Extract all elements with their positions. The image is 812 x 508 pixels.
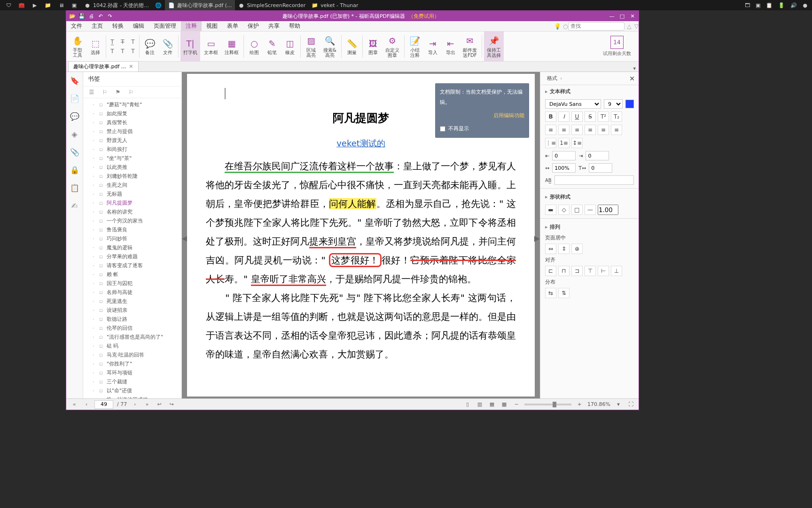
search-input[interactable] — [568, 22, 625, 31]
document-tab[interactable]: 趣味心理学故事.pdf ... ✕ — [68, 61, 139, 71]
tab-dropdown-icon[interactable]: ▾ — [630, 65, 639, 71]
measure-tool[interactable]: 📏测量 — [344, 32, 360, 61]
bookmark-item[interactable]: ·▫以"命"还债 — [83, 386, 181, 395]
bookmark-item[interactable]: ·▫"你胜利了" — [83, 359, 181, 368]
arrange-section[interactable]: ▸排列 — [540, 221, 639, 233]
enable-editing-link[interactable]: 启用编辑功能 — [440, 111, 524, 121]
ribbon-collapse-icon[interactable]: △ — [627, 23, 632, 30]
menu-文件[interactable]: 文件 — [66, 21, 87, 31]
border-style-button[interactable]: □ — [571, 205, 583, 215]
center-v-button[interactable]: ⇕ — [558, 244, 570, 254]
textbox-tool[interactable]: ▭文本框 — [201, 32, 221, 61]
bookmark-item[interactable]: ·▫歌德让路 — [83, 315, 181, 324]
file-attach-tool[interactable]: 📎文件 — [159, 32, 176, 61]
bookmark-item[interactable]: ·▫砝 码 — [83, 341, 181, 350]
menu-共享[interactable]: 共享 — [264, 21, 284, 31]
fields-rail-icon[interactable]: 📋 — [70, 183, 79, 192]
text-underline-btn[interactable]: T — [129, 38, 137, 46]
text-highlight-btn[interactable]: T̲ — [108, 38, 117, 46]
bookmark-item[interactable]: ·▫伦琴的回信 — [83, 324, 181, 333]
bookmark-item[interactable]: ·▫死里逃生 — [83, 297, 181, 306]
align-left-button[interactable]: ≡ — [545, 125, 556, 135]
bookmark-item[interactable]: ·▫"蘑菇"与"青蛙" — [83, 100, 181, 109]
zoom-slider[interactable] — [524, 404, 571, 405]
line-spacing-button[interactable]: ↕≡ — [571, 138, 583, 148]
strike-button[interactable]: S̶ — [585, 111, 596, 122]
last-page-button[interactable]: » — [143, 400, 151, 409]
bookmark-item[interactable]: ·▫耳环与项链 — [83, 368, 181, 377]
taskbar-recorder[interactable]: ●SimpleScreenRecorder — [235, 0, 309, 10]
area-highlight-tool[interactable]: ▨区域高亮 — [303, 32, 320, 61]
export-tool[interactable]: ⇤导出 — [442, 32, 459, 61]
shape-style-section[interactable]: ▸形状样式 — [540, 190, 639, 203]
green-underline-annotation[interactable]: 在维吾尔族民间广泛流传着这样一个故事 — [225, 160, 394, 173]
fullscreen-button[interactable]: ⛶ — [626, 400, 635, 409]
first-page-button[interactable]: « — [70, 400, 78, 409]
qat-save-icon[interactable]: 💾 — [78, 13, 85, 19]
taskbar-thunar[interactable]: 📁veket - Thunar — [308, 0, 361, 10]
dist-h-button[interactable]: ⇆ — [545, 288, 556, 298]
align-c-button[interactable]: ⊓ — [558, 266, 570, 276]
keep-tool-selected[interactable]: 📌保持工具选择 — [484, 32, 504, 61]
font-color-picker[interactable] — [625, 100, 634, 108]
bold-button[interactable]: B — [545, 111, 556, 122]
bullet-list-button[interactable]: ⋮≡ — [545, 138, 556, 148]
signatures-rail-icon[interactable]: ✍ — [70, 201, 79, 210]
bookmark-item[interactable]: ·▫名师与高徒 — [83, 288, 181, 297]
pencil-tool[interactable]: ✎铅笔 — [264, 32, 281, 61]
select-tool[interactable]: ⬚ 选择 — [87, 32, 104, 61]
tray-item-3[interactable]: 🔋 — [775, 0, 788, 10]
red-box-annotation[interactable]: 这梦很好！ — [329, 253, 382, 267]
dont-show-checkbox[interactable]: 不再显示 — [440, 124, 524, 134]
custom-stamp-tool[interactable]: ⚙自定义图章 — [383, 32, 402, 61]
menu-保护[interactable]: 保护 — [243, 21, 264, 31]
bookmark-item[interactable]: ·▫刘墉妙答乾隆 — [83, 172, 181, 181]
bm-add-icon[interactable]: ⚐ — [101, 88, 109, 96]
bookmarks-rail-icon[interactable]: 🔖 — [70, 76, 79, 85]
tray-item-2[interactable]: 📋 — [763, 0, 775, 10]
text-misc-input[interactable] — [554, 175, 634, 185]
bookmark-item[interactable]: ·▫巧问妙答 — [83, 234, 181, 243]
bookmark-item[interactable]: ·▫无标题 — [83, 190, 181, 198]
menu-主页[interactable]: 主页 — [87, 21, 108, 31]
scale-input[interactable] — [552, 163, 576, 173]
line-width-input[interactable] — [598, 205, 618, 215]
align-r-button[interactable]: ⊐ — [571, 266, 583, 276]
yellow-highlight-annotation[interactable]: 问何人能解 — [329, 198, 376, 209]
bm-collapse-icon[interactable]: ⚐ — [127, 88, 135, 96]
ribbon-expand-icon[interactable]: ▽ — [634, 23, 639, 30]
menu-转换[interactable]: 转换 — [108, 21, 128, 31]
bm-list-icon[interactable]: ☰ — [88, 88, 95, 96]
zoom-dropdown[interactable]: ▾ — [614, 400, 623, 409]
forward-view-button[interactable]: ↪ — [167, 400, 176, 409]
tray-item-0[interactable]: 🗔 — [742, 0, 753, 10]
bookmark-item[interactable]: ·▫野渡无人 — [83, 136, 181, 145]
bookmark-item[interactable]: ·▫鲁迅褒良 — [83, 225, 181, 234]
bookmark-item[interactable]: ·▫生死之间 — [83, 181, 181, 190]
align-b-button[interactable]: ⊥ — [611, 266, 622, 276]
char-space-input[interactable] — [589, 163, 612, 173]
taskbar-app-2[interactable]: ▶ — [28, 0, 41, 10]
bookmark-item[interactable]: ·▫分苹果的难题 — [83, 252, 181, 261]
layers-rail-icon[interactable]: ◈ — [70, 129, 79, 139]
minimize-button[interactable]: — — [609, 13, 615, 19]
superscript-button[interactable]: T² — [598, 111, 609, 122]
import-tool[interactable]: ⇥导入 — [424, 32, 441, 61]
taskbar-app-5[interactable]: ▣ — [68, 0, 81, 10]
bookmark-item[interactable]: ·▫马克·吐温的回答 — [83, 350, 181, 359]
typewriter-tool[interactable]: T|打字机 — [180, 32, 200, 61]
tray-item-1[interactable]: ▣ — [753, 0, 763, 10]
back-view-button[interactable]: ↩ — [155, 400, 164, 409]
italic-button[interactable]: I — [558, 111, 570, 122]
bookmark-item[interactable]: ·▫真假警长 — [83, 118, 181, 127]
center-h-button[interactable]: ⇔ — [545, 244, 556, 254]
close-panel-icon[interactable]: ✕ — [629, 75, 635, 82]
number-list-button[interactable]: 1≡ — [558, 138, 570, 148]
scroll-right-handle[interactable]: ▶ — [534, 235, 540, 241]
qat-redo-icon[interactable]: ↷ — [107, 13, 113, 19]
comments-rail-icon[interactable]: 💬 — [70, 111, 79, 121]
note-tool[interactable]: 💬备注 — [141, 32, 158, 61]
menu-页面管理[interactable]: 页面管理 — [149, 21, 181, 31]
qat-undo-icon[interactable]: ↶ — [97, 13, 104, 19]
pages-rail-icon[interactable]: 📄 — [70, 94, 79, 103]
